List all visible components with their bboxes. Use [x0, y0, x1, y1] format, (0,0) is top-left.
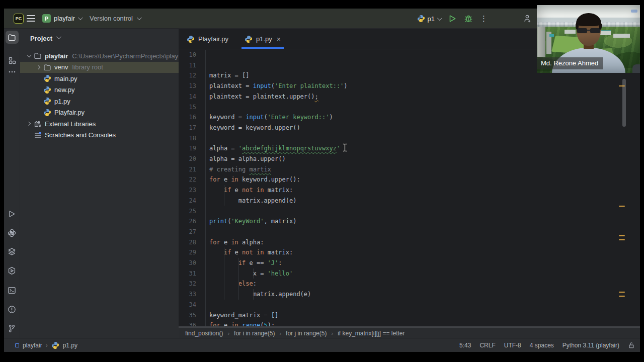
warning-stripe-marker[interactable]	[619, 292, 625, 293]
code-line-18: 18	[179, 133, 640, 144]
stripe-divider	[7, 49, 17, 49]
code-editor[interactable]: 101112matrix = []13plaintext = input('En…	[179, 50, 640, 328]
status-file[interactable]: p1.py	[63, 342, 77, 349]
code-line-33: 33 matrix.append(e)	[179, 289, 640, 300]
indent-guide	[238, 258, 239, 300]
close-tab-icon[interactable]: ×	[277, 35, 281, 43]
chevron-right-icon[interactable]	[35, 66, 43, 69]
breadcrumb-item[interactable]: if key_matrix[i][j] == letter	[338, 330, 405, 337]
breadcrumb-item[interactable]: for i in range(5)	[234, 330, 275, 337]
code-line-35: 35keyword_matrix = []	[179, 310, 640, 321]
debug-button[interactable]	[464, 14, 473, 23]
warning-stripe-marker[interactable]	[619, 206, 625, 207]
status-item[interactable]: 5:43	[459, 342, 471, 349]
warning-stripe-marker[interactable]	[619, 85, 625, 86]
line-number: 21	[179, 164, 196, 175]
project-widget[interactable]: P playfair	[42, 14, 82, 23]
run-button[interactable]	[448, 14, 457, 23]
run-tool-icon[interactable]	[6, 207, 19, 220]
python-file-icon	[43, 74, 52, 82]
breadcrumb-item[interactable]: for j in range(5)	[286, 330, 327, 337]
tree-item-new-py[interactable]: new.py	[20, 84, 179, 96]
tree-item-label: playfair	[45, 52, 68, 60]
tree-item-label: External Libraries	[45, 120, 96, 128]
tree-item-scratches-and-consoles[interactable]: Scratches and Consoles	[20, 130, 179, 141]
line-number: 29	[179, 247, 196, 258]
status-project[interactable]: playfair	[23, 342, 42, 349]
line-number: 11	[179, 60, 196, 71]
warning-stripe-marker[interactable]	[619, 239, 625, 240]
line-number: 27	[179, 227, 196, 237]
code-line-14: 14plaintext = plaintext.upper();	[179, 92, 640, 102]
breadcrumbs: find_position()›for i in range(5)›for j …	[179, 328, 640, 338]
breadcrumb-item[interactable]: find_position()	[185, 330, 223, 337]
status-item[interactable]: UTF-8	[504, 342, 521, 349]
main-menu-icon[interactable]	[27, 15, 35, 22]
python-file-icon	[245, 35, 253, 43]
line-number: 32	[179, 279, 196, 289]
tree-item-playfair[interactable]: playfairC:\Users\User\PycharmProjects\pl…	[20, 50, 179, 62]
breadcrumb-separator: ›	[279, 330, 281, 336]
tab-p1-py[interactable]: p1.py×	[236, 29, 289, 49]
code-line-25: 25	[179, 206, 640, 217]
chevron-right-icon[interactable]	[25, 122, 33, 125]
version-control-label: Version control	[90, 15, 133, 22]
warning-stripe-marker[interactable]	[619, 296, 625, 297]
code-line-30: 30 if e == 'J':	[179, 258, 640, 268]
warning-stripe-marker[interactable]	[619, 235, 625, 236]
line-number: 26	[179, 216, 196, 227]
tree-item-suffix: library root	[72, 63, 103, 71]
line-number: 30	[179, 258, 196, 268]
python-packages-tool-icon[interactable]	[6, 226, 19, 239]
tree-item-label: main.py	[54, 75, 77, 82]
problems-tool-icon[interactable]	[6, 303, 19, 316]
version-control-widget[interactable]: Version control	[90, 15, 140, 22]
tree-item-external-libraries[interactable]: External Libraries	[20, 118, 179, 130]
line-number: 31	[179, 268, 196, 279]
lock-icon[interactable]	[628, 342, 635, 349]
chevron-down-icon	[56, 34, 61, 39]
tab-playfair-py[interactable]: Playfair.py	[179, 29, 236, 49]
line-number: 16	[179, 112, 196, 123]
tree-item-label: new.py	[54, 86, 74, 94]
tree-item-label: Playfair.py	[54, 109, 85, 116]
code-line-24: 24 matrix.append(e)	[179, 196, 640, 206]
python-console-tool-icon[interactable]	[6, 264, 19, 277]
line-number: 22	[179, 174, 196, 185]
more-tool-windows-icon[interactable]	[6, 65, 19, 78]
tab-label: p1.py	[256, 35, 272, 43]
line-number: 12	[179, 70, 196, 81]
line-number: 34	[179, 300, 196, 310]
python-file-icon	[43, 86, 52, 94]
version-control-tool-icon[interactable]	[6, 322, 19, 335]
status-item[interactable]: CRLF	[479, 342, 495, 349]
chevron-down-icon[interactable]	[25, 55, 33, 57]
terminal-tool-icon[interactable]	[6, 284, 19, 297]
python-file-icon	[43, 109, 52, 117]
editor-area[interactable]: Playfair.pyp1.py× 101112matrix = []13pla…	[179, 29, 640, 338]
python-icon	[417, 15, 425, 23]
code-line-31: 31 x = 'hello'	[179, 268, 640, 279]
project-panel-title: Project	[30, 35, 52, 42]
tree-item-main-py[interactable]: main.py	[20, 73, 179, 84]
breadcrumb-separator: ›	[331, 330, 333, 336]
webcam-name-label: Md. Rezone Ahmed	[537, 57, 603, 69]
tree-item-p1-py[interactable]: p1.py	[20, 96, 179, 107]
chevron-down-icon	[78, 15, 83, 20]
line-number: 10	[179, 50, 196, 60]
code-with-me-icon[interactable]	[523, 14, 532, 23]
more-actions-icon[interactable]: ⋮	[480, 14, 485, 23]
code-line-17: 17keyword = keyword.upper()	[179, 123, 640, 133]
services-tool-icon[interactable]	[6, 245, 19, 258]
status-item[interactable]: 4 spaces	[530, 342, 554, 349]
code-line-19: 19alpha = 'abcdefghijklmnopqrstuvwxyz'	[179, 143, 640, 154]
status-item[interactable]: Python 3.11 (playfair)	[562, 342, 619, 349]
tree-item-label: p1.py	[54, 98, 70, 105]
tree-item-venv[interactable]: venvlibrary root	[20, 62, 179, 73]
folder-icon	[33, 52, 42, 60]
run-configuration-selector[interactable]: p1	[417, 15, 441, 23]
code-line-22: 22for e in keyword.upper():	[179, 174, 640, 185]
project-tool-icon[interactable]	[6, 31, 19, 44]
line-number: 33	[179, 289, 196, 300]
tree-item-playfair-py[interactable]: Playfair.py	[20, 107, 179, 119]
